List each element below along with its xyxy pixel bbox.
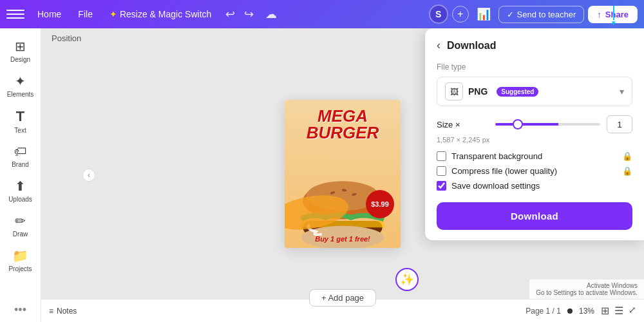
sidebar-item-draw[interactable]: ✏ Draw [3,208,39,243]
hamburger-menu[interactable] [6,5,24,23]
avatar[interactable]: S [429,5,448,24]
compress-row: Compress file (lower quality) 🔒 [437,166,632,176]
cyan-pointer-arrow [613,6,614,20]
send-to-teacher-button[interactable]: ✓ Send to teacher [498,6,585,23]
sidebar: ⊞ Design ✦ Elements T Text 🏷 Brand ⬆ Upl… [0,28,41,322]
brand-icon: 🏷 [14,144,27,159]
cloud-save-button[interactable]: ☁ [261,5,281,24]
panel-header: ‹ Download [437,39,632,52]
save-settings-label: Save download settings [451,181,540,191]
transparent-bg-row: Transparent background 🔒 [437,151,632,161]
redo-button[interactable]: ↪ [240,5,258,24]
sidebar-more-button[interactable]: ••• [14,298,26,322]
lock-icon: 🔒 [622,151,632,161]
star-icon: ✦ [109,9,117,19]
file-type-dropdown[interactable]: 🖼 PNG Suggested ▾ [437,77,632,106]
list-view-icon[interactable]: ☰ [614,305,623,317]
magic-wand-fab-button[interactable]: ✨ [395,268,419,291]
compress-checkbox[interactable] [437,166,446,176]
file-nav-button[interactable]: File [71,6,99,22]
panel-back-button[interactable]: ‹ [437,39,440,52]
chevron-down-icon: ▾ [620,86,624,97]
add-page-button[interactable]: + Add page [309,289,376,307]
grid-view-icon[interactable]: ⊞ [601,305,609,317]
size-label: Size × [437,120,489,129]
transparent-bg-checkbox[interactable] [437,151,446,161]
check-icon: ✓ [507,10,514,19]
analytics-button[interactable]: 📊 [473,5,495,24]
scroll-left-button[interactable]: ‹ [82,169,95,182]
elements-icon: ✦ [15,73,26,89]
sidebar-item-projects[interactable]: 📁 Projects [3,243,39,278]
panel-title: Download [447,40,496,52]
sidebar-item-design[interactable]: ⊞ Design [3,33,39,68]
save-settings-row: Save download settings [437,181,632,191]
file-type-label: File type [437,62,632,71]
save-settings-checkbox[interactable] [437,181,446,191]
size-slider[interactable] [495,123,600,126]
undo-button[interactable]: ↩ [222,5,239,24]
fullscreen-icon[interactable]: ⤢ [629,305,636,317]
poster-tagline: Buy 1 get 1 free! [285,235,401,243]
canvas-area: Position ‹ 🔒 ⧉ + ↻ MEGA BURGER [41,28,644,322]
size-input[interactable] [607,115,632,133]
magic-switch-button[interactable]: ✦ Resize & Magic Switch [103,6,218,22]
top-navigation: Home File ✦ Resize & Magic Switch ↩ ↪ ☁ … [0,0,644,28]
text-icon: T [16,108,24,125]
zoom-label: 13% [579,307,594,316]
projects-icon: 📁 [12,248,28,263]
main-layout: ⊞ Design ✦ Elements T Text 🏷 Brand ⬆ Upl… [0,28,644,322]
transparent-bg-label: Transparent background [451,151,542,161]
file-format-name: PNG [468,86,488,97]
file-type-left: 🖼 PNG Suggested [445,82,538,100]
png-icon: 🖼 [445,82,463,100]
sidebar-item-text[interactable]: T Text [3,103,39,139]
sidebar-item-elements[interactable]: ✦ Elements [3,68,39,103]
bottom-icons: ⊞ ☰ ⤢ [601,305,636,317]
notes-button[interactable]: ≡ Notes [49,307,77,316]
sidebar-item-uploads[interactable]: ⬆ Uploads [3,173,39,208]
draw-icon: ✏ [15,213,26,229]
add-collaborator-button[interactable]: + [452,6,469,23]
sidebar-item-brand[interactable]: 🏷 Brand [3,139,39,173]
dimensions-label: 1,587 × 2,245 px [437,136,632,144]
undo-redo-group: ↩ ↪ [222,5,258,24]
uploads-icon: ⬆ [15,178,26,194]
burger-poster: MEGA BURGER [285,100,401,248]
page-indicator: Page 1 / 1 [526,307,561,316]
size-row: Size × [437,115,632,133]
compress-label: Compress file (lower quality) [451,166,557,176]
position-label: Position [52,33,81,43]
poster-price: $3.99 [366,190,394,218]
home-nav-button[interactable]: Home [31,6,68,22]
share-icon: ↑ [597,10,601,19]
design-icon: ⊞ [15,39,26,54]
suggested-badge: Suggested [497,87,538,97]
notes-icon: ≡ [49,307,53,316]
compress-lock-icon: 🔒 [622,166,632,176]
page-dot [567,308,573,314]
poster-title: MEGA BURGER [285,100,401,141]
download-panel: ‹ Download File type 🖼 PNG Suggested ▾ S… [425,28,644,240]
download-button[interactable]: Download [437,202,632,230]
